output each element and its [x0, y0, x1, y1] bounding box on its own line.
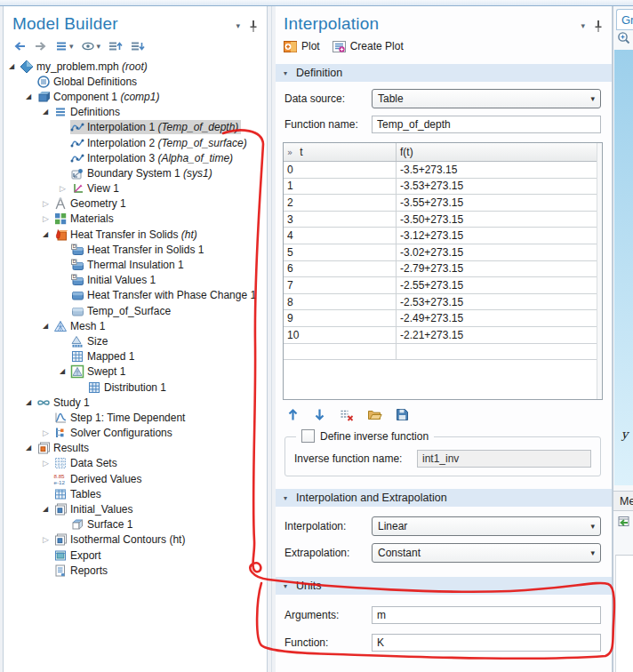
expander-icon[interactable]: ◢	[43, 108, 53, 116]
section-units[interactable]: ▾ Units	[276, 577, 612, 595]
section-interp-extrap[interactable]: ▾ Interpolation and Extrapolation	[276, 489, 612, 507]
cell-t[interactable]: 1	[284, 179, 397, 195]
table-scrollbar[interactable]	[597, 143, 602, 399]
table-row[interactable]: 2-3.55+273.15	[284, 195, 602, 212]
expander-icon[interactable]: ◢	[43, 231, 53, 238]
save-to-file-button[interactable]	[394, 407, 411, 422]
tree-item[interactable]: Step 1: Time Dependent	[4, 410, 267, 425]
interpolation-select[interactable]: Linear ▾	[372, 516, 601, 536]
tree-item[interactable]: Boundary System 1 (sys1)	[4, 165, 267, 180]
table-row[interactable]: 6-2.79+273.15	[284, 261, 602, 278]
cell-ft[interactable]: -2.55+273.15	[397, 277, 602, 293]
tree-item[interactable]: ▷Geometry 1	[4, 196, 267, 212]
tree-item[interactable]: DThermal Insulation 1	[4, 257, 267, 272]
load-from-file-button[interactable]	[365, 407, 384, 422]
cell-t[interactable]	[284, 344, 397, 360]
table-row[interactable]	[284, 344, 602, 361]
expander-icon[interactable]: ◢	[26, 444, 36, 452]
cell-ft[interactable]	[397, 344, 602, 360]
tree-item[interactable]: ◢Study 1	[4, 395, 267, 410]
settings-pin-icon[interactable]	[594, 20, 603, 32]
tree-item[interactable]: Mapped 1	[4, 349, 267, 364]
expander-icon[interactable]: ◢	[60, 368, 70, 375]
expander-icon[interactable]: ▷	[60, 185, 70, 193]
table-row[interactable]: 8-2.53+273.15	[284, 294, 602, 311]
expand-all-button[interactable]	[128, 39, 147, 53]
expander-icon[interactable]: ◢	[43, 323, 53, 330]
cell-ft[interactable]: -2.21+273.15	[397, 327, 602, 343]
tree-item[interactable]: Interpolation 3 (Alpha_of_time)	[4, 150, 267, 165]
cell-ft[interactable]: -3.53+273.15	[397, 179, 602, 195]
cell-ft[interactable]: -2.49+273.15	[397, 310, 602, 326]
tab-graphics[interactable]: Gr	[616, 9, 633, 30]
tree-item[interactable]: Heat Transfer with Phase Change 1	[4, 288, 267, 303]
tree-item[interactable]: Interpolation 2 (Temp_of_surface)	[4, 135, 267, 150]
tree-item[interactable]: Export	[4, 548, 267, 563]
tree-item[interactable]: DHeat Transfer in Solids 1	[4, 242, 267, 257]
expander-icon[interactable]: ◢	[43, 506, 53, 513]
show-menu-button[interactable]: ▾	[53, 39, 76, 53]
tree-item[interactable]: Interpolation 1 (Temp_of_depth)	[4, 120, 267, 135]
cell-t[interactable]: 4	[284, 228, 397, 244]
function-unit-input[interactable]	[372, 634, 601, 652]
cell-t[interactable]: 3	[284, 212, 397, 228]
panel-menu-caret-icon[interactable]: ▾	[236, 22, 240, 30]
tree-item[interactable]: Global Definitions	[4, 74, 267, 89]
cell-t[interactable]: 7	[284, 277, 397, 293]
panel-splitter[interactable]	[271, 6, 272, 672]
tree-item[interactable]: ◢Component 1 (comp1)	[4, 89, 267, 104]
table-row[interactable]: 0-3.5+273.15	[284, 162, 602, 179]
tree-item[interactable]: Tables	[4, 486, 267, 501]
tree-item[interactable]: Distribution 1	[4, 380, 267, 395]
cell-t[interactable]: 0	[284, 162, 397, 178]
move-up-button[interactable]	[284, 407, 301, 422]
table-row[interactable]: 4-3.12+273.15	[284, 228, 602, 244]
tree-item[interactable]: Reports	[4, 563, 267, 578]
forward-button[interactable]	[32, 39, 50, 53]
cell-t[interactable]: 8	[284, 294, 397, 310]
clear-table-button[interactable]	[338, 407, 356, 422]
table-row[interactable]: 3-3.50+273.15	[284, 212, 602, 228]
tree-item[interactable]: Size	[4, 333, 267, 348]
tree-item[interactable]: Surface 1	[4, 517, 267, 532]
collapse-sidebar-icon[interactable]	[616, 515, 631, 532]
settings-menu-caret-icon[interactable]: ▾	[581, 22, 585, 30]
cell-t[interactable]: 6	[284, 261, 397, 277]
column-resize-icon[interactable]: »	[287, 148, 292, 157]
tree-item[interactable]: ◢Definitions	[4, 105, 267, 120]
tree-item[interactable]: ▷View 1	[4, 181, 267, 196]
expander-icon[interactable]: ▷	[43, 429, 53, 437]
cell-t[interactable]: 2	[284, 195, 397, 211]
function-name-input[interactable]	[372, 116, 601, 133]
tree-item[interactable]: ◢Heat Transfer in Solids (ht)	[4, 227, 267, 242]
tree-item[interactable]: ▷Data Sets	[4, 456, 267, 471]
tree-item[interactable]: ◢Swept 1	[4, 364, 267, 380]
expander-icon[interactable]: ▷	[43, 200, 53, 208]
tree-item[interactable]: ◢Results	[4, 441, 267, 456]
pin-icon[interactable]	[249, 20, 258, 32]
cell-ft[interactable]: -3.5+273.15	[397, 162, 602, 178]
table-row[interactable]: 10-2.21+273.15	[284, 327, 602, 344]
tree-item[interactable]: DInitial Values 1	[4, 273, 267, 288]
tree-item[interactable]: ▷Solver Configurations	[4, 426, 267, 441]
arguments-input[interactable]	[372, 606, 601, 624]
collapse-all-button[interactable]	[106, 39, 124, 53]
expander-icon[interactable]: ◢	[26, 93, 36, 100]
inverse-name-input[interactable]	[417, 450, 591, 468]
expander-icon[interactable]: ◢	[26, 399, 36, 406]
cell-t[interactable]: 9	[284, 310, 397, 326]
expander-icon[interactable]: ▷	[43, 536, 53, 544]
extrapolation-select[interactable]: Constant ▾	[372, 543, 601, 563]
move-down-button[interactable]	[311, 407, 328, 422]
data-source-select[interactable]: Table ▾	[372, 89, 601, 108]
table-row[interactable]: 1-3.53+273.15	[284, 179, 602, 196]
cell-ft[interactable]: -2.53+273.15	[397, 294, 602, 310]
plot-button[interactable]: Plot	[284, 40, 320, 52]
cell-t[interactable]: 10	[284, 327, 397, 343]
tree-item[interactable]: ▷Materials	[4, 212, 267, 227]
cell-ft[interactable]: -3.50+273.15	[397, 212, 602, 228]
cell-ft[interactable]: -3.02+273.15	[397, 244, 602, 260]
tree-item[interactable]: 8.85e-12Derived Values	[4, 471, 267, 486]
graphics-canvas[interactable]	[614, 50, 633, 485]
tree-item[interactable]: ◢Mesh 1	[4, 318, 267, 333]
